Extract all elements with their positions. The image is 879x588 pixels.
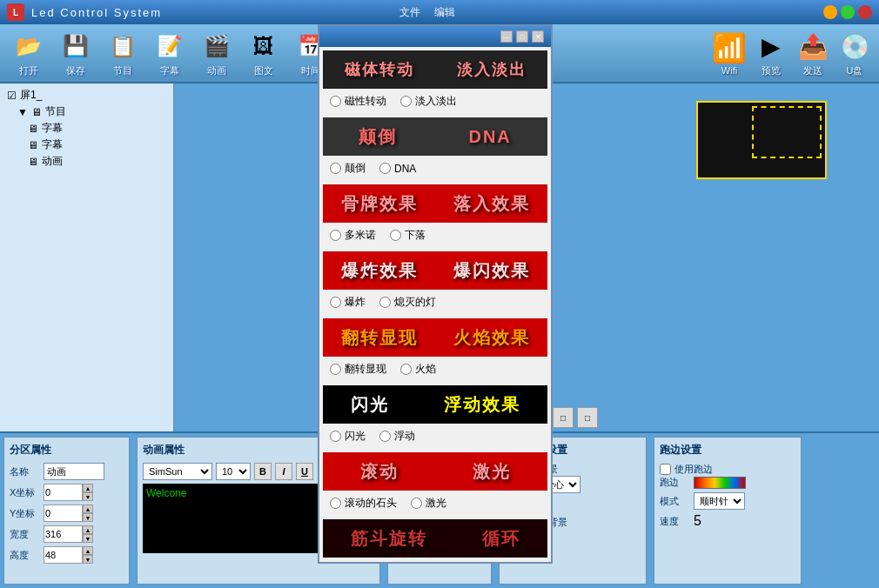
animation-icon: 🎬	[200, 30, 233, 63]
zone-y-down[interactable]: ▼	[83, 513, 93, 522]
underline-button[interactable]: U	[296, 463, 313, 480]
menu-file[interactable]: 文件	[399, 5, 420, 20]
toolbar-subtitle-label: 字幕	[160, 64, 179, 77]
effect-options-2: 颠倒 DNA	[323, 159, 547, 177]
effect-section-6: 闪光 浮动效果 闪光 浮动	[323, 385, 547, 445]
option-flame[interactable]: 火焰	[400, 362, 436, 377]
option-flash[interactable]: 熄灭的灯	[379, 295, 436, 310]
zone-height-up[interactable]: ▲	[83, 546, 93, 555]
zone-y-spinners: ▲ ▼	[83, 504, 93, 522]
minimize-button[interactable]	[823, 5, 837, 19]
zone-y-input[interactable]: ▲ ▼	[44, 504, 87, 522]
tree-item-program[interactable]: ▼ 🖥 节目	[14, 104, 170, 120]
option-explode[interactable]: 爆炸	[330, 295, 366, 310]
effect-section-8: 筋斗旋转 循环 筋斗旋转 循环	[323, 519, 547, 562]
option-domino[interactable]: 多米诺	[330, 228, 376, 243]
zone-width-up[interactable]: ▲	[83, 525, 93, 534]
toolbar-image-label: 图文	[254, 64, 273, 77]
toolbar-animation[interactable]: 🎬 动画	[195, 28, 238, 79]
tree-panel: ☑ 屏1_ ▼ 🖥 节目 🖥 字幕 🖥 字幕 🖥 动画	[0, 84, 174, 431]
use-run-checkbox[interactable]	[660, 464, 671, 475]
zone-name-label: 名称	[10, 465, 40, 478]
run-border-row: 跑边	[660, 476, 795, 489]
run-mode-select[interactable]: 顺时针	[694, 492, 745, 510]
zone-height-down[interactable]: ▼	[83, 555, 93, 564]
dialog-minimize[interactable]: —	[500, 30, 513, 43]
toolbar-image[interactable]: 🖼 图文	[242, 28, 285, 79]
toolbar-wifi[interactable]: 📶 Wifi	[712, 30, 747, 76]
option-flash-label: 熄灭的灯	[394, 295, 436, 310]
font-select[interactable]: SimSun	[143, 463, 212, 480]
run-panel-title: 跑边设置	[660, 443, 795, 458]
dialog-maximize[interactable]: □	[516, 30, 528, 43]
toolbar-program[interactable]: 📋 节目	[101, 28, 144, 79]
zone-x-input[interactable]: ▲ ▼	[44, 484, 87, 501]
bold-button[interactable]: B	[254, 463, 272, 480]
zone-y-up[interactable]: ▲	[83, 504, 93, 513]
right-toolbar: 📶 Wifi ▶ 预览 📤 发送 💿 U盘	[712, 30, 872, 77]
run-color-preview	[694, 477, 746, 489]
banner-text-6a: 闪光	[351, 393, 389, 417]
banner-text-3a: 骨牌效果	[341, 192, 418, 216]
banner-text-2b: DNA	[468, 127, 511, 147]
option-fall[interactable]: 下落	[390, 228, 426, 243]
zone-name-input[interactable]	[44, 463, 104, 480]
toolbar-save[interactable]: 💾 保存	[54, 28, 97, 79]
option-glitter[interactable]: 闪光	[330, 429, 366, 444]
zone-y-row: Y坐标 ▲ ▼	[10, 504, 124, 522]
effect-section-4: 爆炸效果 爆闪效果 爆炸 熄灭的灯	[323, 251, 547, 311]
option-float-label: 浮动	[394, 429, 415, 444]
run-speed-row: 速度 5	[660, 513, 795, 529]
effect-options-4: 爆炸 熄灭的灯	[323, 293, 547, 311]
zone-width-input[interactable]: ▲ ▼	[44, 525, 87, 543]
option-roll-stone-label: 滚动的石头	[345, 496, 397, 511]
subtitle-icon: 📝	[153, 30, 186, 63]
run-speed-label: 速度	[660, 515, 690, 528]
tree-item-screen[interactable]: ☑ 屏1_	[3, 87, 170, 104]
close-button[interactable]	[858, 5, 872, 19]
effect-section-2: 颠倒 DNA 颠倒 DNA	[323, 117, 547, 177]
toolbar-open[interactable]: 📂 打开	[7, 28, 50, 79]
toolbar-subtitle[interactable]: 📝 字幕	[148, 28, 191, 79]
option-flip[interactable]: 颠倒	[330, 161, 366, 176]
option-roll-stone[interactable]: 滚动的石头	[330, 496, 397, 511]
option-float[interactable]: 浮动	[379, 429, 415, 444]
tree-item-subtitle2[interactable]: 🖥 字幕	[24, 137, 170, 153]
option-fadein[interactable]: 淡入淡出	[400, 94, 457, 109]
wifi-icon: 📶	[712, 30, 747, 65]
option-dna[interactable]: DNA	[379, 161, 416, 176]
option-laser[interactable]: 激光	[411, 496, 446, 511]
minus-icon: ▼	[17, 106, 28, 118]
zone-x-down[interactable]: ▼	[83, 492, 93, 501]
zone-x-up[interactable]: ▲	[83, 484, 93, 492]
size-select[interactable]: 10	[216, 463, 251, 480]
banner-text-5b: 火焰效果	[453, 326, 530, 350]
dialog-close[interactable]: ✕	[532, 30, 544, 43]
toolbar-usb[interactable]: 💿 U盘	[837, 30, 872, 77]
option-fadein-label: 淡入淡出	[415, 94, 457, 109]
maximize-button[interactable]	[841, 5, 855, 19]
run-border-label: 跑边	[660, 476, 690, 489]
zone-height-input[interactable]: ▲ ▼	[44, 546, 87, 564]
toolbar-send[interactable]: 📤 发送	[795, 30, 830, 77]
tree-item-animation[interactable]: 🖥 动画	[24, 153, 170, 170]
zone-y-label: Y坐标	[10, 507, 40, 520]
option-magnetic[interactable]: 磁性转动	[330, 94, 386, 109]
italic-button[interactable]: I	[275, 463, 292, 480]
option-rotate-show-label: 翻转显现	[345, 362, 386, 377]
option-laser-label: 激光	[426, 496, 446, 511]
canvas-btn-6[interactable]: □	[577, 407, 598, 428]
zone-panel-title: 分区属性	[10, 443, 124, 458]
window-controls	[823, 5, 872, 19]
option-rotate-show[interactable]: 翻转显现	[330, 362, 386, 377]
zone-width-down[interactable]: ▼	[83, 534, 93, 543]
menu-edit[interactable]: 编辑	[434, 5, 455, 20]
zone-width-spinners: ▲ ▼	[83, 525, 93, 543]
program-tree-label: 节目	[45, 104, 66, 119]
toolbar-preview[interactable]: ▶ 预览	[754, 30, 788, 77]
zone-x-label: X坐标	[10, 486, 40, 499]
canvas-btn-5[interactable]: □	[553, 407, 574, 428]
menu-bar: 文件 编辑	[399, 5, 455, 20]
tree-item-subtitle1[interactable]: 🖥 字幕	[24, 120, 170, 137]
effect-section-3: 骨牌效果 落入效果 多米诺 下落	[323, 184, 547, 244]
